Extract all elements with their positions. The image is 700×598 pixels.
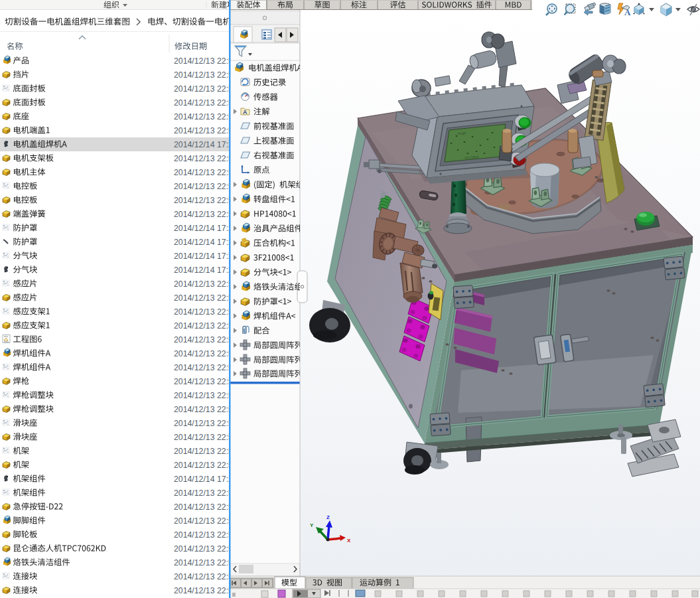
svg-text:Z: Z [326, 514, 330, 520]
svg-text:2014/12/13 22:5: 2014/12/13 22:5 [174, 516, 233, 526]
svg-text:2014/12/13 22:5: 2014/12/13 22:5 [174, 112, 233, 121]
svg-text:2014/12/13 22:5: 2014/12/13 22:5 [174, 98, 233, 108]
svg-text:A: A [624, 7, 631, 17]
svg-text:2014/12/13 22:5: 2014/12/13 22:5 [174, 391, 233, 400]
svg-text:2014/12/13 22:5: 2014/12/13 22:5 [174, 405, 233, 414]
svg-text:2014/12/13 22:5: 2014/12/13 22:5 [174, 502, 233, 512]
svg-text:2014/12/13 22:5: 2014/12/13 22:5 [174, 572, 233, 581]
svg-text:2014/12/13 22:5: 2014/12/13 22:5 [174, 544, 233, 554]
svg-text:2014/12/14 17:2: 2014/12/14 17:2 [174, 475, 233, 484]
svg-text:2014/12/14 17:2: 2014/12/14 17:2 [174, 140, 233, 149]
svg-text:2014/12/13 22:5: 2014/12/13 22:5 [174, 196, 233, 205]
svg-text:2014/12/14 17:2: 2014/12/14 17:2 [174, 224, 233, 233]
svg-text:2014/12/13 22:5: 2014/12/13 22:5 [174, 154, 233, 163]
svg-text:X: X [347, 538, 351, 544]
svg-text:2014/12/13 22:5: 2014/12/13 22:5 [174, 70, 233, 80]
svg-text:2014/12/13 22:5: 2014/12/13 22:5 [174, 84, 233, 94]
svg-text:2014/12/13 22:5: 2014/12/13 22:5 [174, 126, 233, 135]
svg-text:2014/12/13 22:5: 2014/12/13 22:5 [174, 586, 233, 595]
svg-text:2014/12/13 22:5: 2014/12/13 22:5 [174, 363, 233, 372]
svg-text:2014/12/13 22:5: 2014/12/13 22:5 [174, 419, 233, 428]
svg-text:2014/12/13 22:5: 2014/12/13 22:5 [174, 293, 233, 303]
svg-text:2014/12/13 22:5: 2014/12/13 22:5 [174, 182, 233, 191]
svg-text:2014/12/13 22:5: 2014/12/13 22:5 [174, 461, 233, 470]
svg-text:2014/12/13 22:5: 2014/12/13 22:5 [174, 488, 233, 498]
svg-text:2014/12/14 17:2: 2014/12/14 17:2 [174, 252, 233, 261]
svg-text:Y: Y [310, 522, 314, 528]
svg-text:2014/12/14 17:2: 2014/12/14 17:2 [174, 238, 233, 247]
svg-text:2014/12/14 17:2: 2014/12/14 17:2 [174, 265, 233, 275]
svg-text:2014/12/13 22:5: 2014/12/13 22:5 [174, 433, 233, 442]
svg-text:2014/12/13 22:5: 2014/12/13 22:5 [174, 335, 233, 344]
svg-text:2014/12/13 22:5: 2014/12/13 22:5 [174, 279, 233, 289]
svg-text:2014/12/13 22:5: 2014/12/13 22:5 [174, 349, 233, 358]
svg-text:2014/12/13 22:5: 2014/12/13 22:5 [174, 530, 233, 540]
svg-text:2014/12/13 22:5: 2014/12/13 22:5 [174, 307, 233, 317]
svg-text:2014/12/13 22:5: 2014/12/13 22:5 [174, 377, 233, 386]
svg-text:2014/12/13 22:5: 2014/12/13 22:5 [174, 558, 233, 567]
svg-text:2014/12/13 22:5: 2014/12/13 22:5 [174, 321, 233, 331]
svg-text:2014/12/13 22:5: 2014/12/13 22:5 [174, 168, 233, 177]
svg-text:2014/12/13 22:5: 2014/12/13 22:5 [174, 56, 233, 66]
svg-text:2014/12/13 22:5: 2014/12/13 22:5 [174, 447, 233, 456]
svg-text:A: A [243, 109, 247, 115]
svg-text:2014/12/13 22:5: 2014/12/13 22:5 [174, 210, 233, 219]
